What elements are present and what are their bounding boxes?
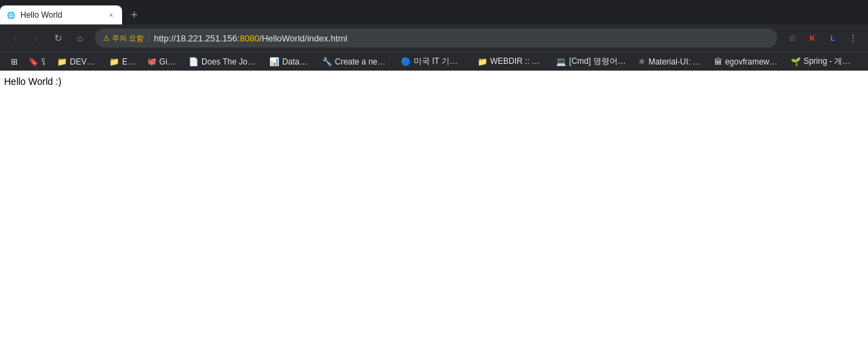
bookmark-develop-icon: 📁 bbox=[57, 57, 67, 67]
home-icon: ⌂ bbox=[77, 33, 83, 43]
bookmark-spring-label: Spring - 게시판 만... bbox=[804, 56, 857, 67]
bookmark-engi-icon: 📁 bbox=[109, 57, 119, 67]
bookmark-datacamp-icon: 📊 bbox=[269, 57, 279, 67]
bookmark-apps-grid[interactable]: ⊞ bbox=[5, 56, 22, 68]
hello-world-text: Hello World :) bbox=[4, 76, 864, 87]
bookmark-webdir-icon: 📁 bbox=[477, 57, 488, 67]
kaspersky-button[interactable]: K bbox=[803, 29, 822, 48]
tab-title: Hello World bbox=[20, 10, 102, 20]
tab-bar: 🌐 Hello World × + bbox=[0, 0, 868, 24]
bookmark-material-label: Material-UI: A pop... bbox=[648, 57, 702, 67]
bookmark-join-label: Does The Join Ord... bbox=[201, 57, 257, 67]
forward-button[interactable]: › bbox=[27, 29, 46, 48]
bookmark-spring[interactable]: 🌱 Spring - 게시판 만... bbox=[785, 54, 863, 69]
kaspersky-icon: K bbox=[810, 34, 815, 42]
bookmark-github-icon: 🐙 bbox=[147, 57, 157, 66]
bookmark-engi[interactable]: 📁 ENGI bbox=[104, 56, 140, 68]
bookmarks-bar: ⊞ 🔖 앱 📁 DEVELOP 📁 ENGI 🐙 GitHub 📄 Does T… bbox=[0, 52, 868, 71]
back-icon: ‹ bbox=[14, 33, 17, 43]
bookmark-engi-label: ENGI bbox=[122, 57, 135, 67]
bookmark-join-ord[interactable]: 📄 Does The Join Ord... bbox=[183, 56, 262, 68]
bookmark-egov-label: egovframeworkde... bbox=[725, 57, 778, 67]
bookmark-material-icon: ⚛ bbox=[638, 57, 646, 67]
bookmark-material-ui[interactable]: ⚛ Material-UI: A pop... bbox=[633, 56, 707, 68]
bookmark-us-companies[interactable]: 🔵 미국 IT 기업에 개... bbox=[395, 54, 471, 69]
bookmark-develop[interactable]: 📁 DEVELOP bbox=[52, 56, 102, 68]
lastpass-button[interactable]: L bbox=[823, 29, 842, 48]
reload-button[interactable]: ↻ bbox=[49, 29, 68, 48]
security-text: 주의 요함 bbox=[112, 33, 144, 43]
bookmark-us-label: 미국 IT 기업에 개... bbox=[414, 56, 465, 67]
bookmark-jsfiddle-icon: 🔧 bbox=[322, 57, 332, 67]
forward-icon: › bbox=[35, 33, 39, 43]
warning-icon: ⚠ bbox=[103, 34, 110, 43]
chrome-browser-frame: 🌐 Hello World × + ‹ › ↻ ⌂ ⚠ 주의 요함 | http… bbox=[0, 0, 868, 349]
url-display: http://18.221.251.156:8080/HelloWorld/in… bbox=[154, 33, 769, 43]
apps-icon: 🔖 bbox=[28, 57, 39, 67]
bookmark-join-icon: 📄 bbox=[189, 57, 199, 67]
bookmark-develop-label: DEVELOP bbox=[70, 57, 97, 67]
bookmark-cmd-icon: 💻 bbox=[556, 57, 566, 67]
back-button[interactable]: ‹ bbox=[5, 29, 24, 48]
bookmark-spring-icon: 🌱 bbox=[791, 57, 801, 67]
page-content: Hello World :) bbox=[0, 71, 868, 349]
bookmark-star-button[interactable]: ☆ bbox=[783, 29, 802, 48]
bookmark-apps[interactable]: 🔖 앱 bbox=[23, 54, 50, 69]
home-button[interactable]: ⌂ bbox=[71, 29, 90, 48]
apps-grid-icon: ⊞ bbox=[11, 57, 18, 67]
bookmark-jsfiddle-label: Create a new fiddi... bbox=[335, 57, 389, 67]
bookmark-cmd-label: [Cmd] 명령어 분류(... bbox=[569, 56, 626, 67]
tab-favicon: 🌐 bbox=[5, 10, 16, 20]
lastpass-icon: L bbox=[831, 34, 835, 42]
tab-close-button[interactable]: × bbox=[106, 10, 117, 20]
menu-icon: ⋮ bbox=[848, 33, 858, 43]
bookmark-datacamp-label: DataCamp bbox=[282, 57, 310, 67]
bookmark-github[interactable]: 🐙 GitHub bbox=[142, 56, 182, 68]
menu-button[interactable]: ⋮ bbox=[844, 29, 863, 48]
browser-toolbar: ‹ › ↻ ⌂ ⚠ 주의 요함 | http://18.221.251.156:… bbox=[0, 24, 868, 52]
bookmark-datacamp[interactable]: 📊 DataCamp bbox=[264, 56, 315, 68]
bookmark-egov[interactable]: 🏛 egovframeworkde... bbox=[709, 56, 784, 68]
active-tab[interactable]: 🌐 Hello World × bbox=[0, 5, 122, 24]
url-prefix: http://18.221.251.156: bbox=[154, 33, 240, 43]
bookmark-webdir-label: WEBDIR :: 리눅스... bbox=[490, 56, 545, 67]
url-divider: | bbox=[148, 34, 150, 42]
bookmark-webdir[interactable]: 📁 WEBDIR :: 리눅스... bbox=[472, 54, 550, 69]
new-tab-button[interactable]: + bbox=[125, 5, 144, 24]
bookmark-us-icon: 🔵 bbox=[401, 57, 411, 67]
star-icon: ☆ bbox=[788, 33, 797, 43]
url-port: 8080 bbox=[239, 33, 259, 43]
bookmark-egov-icon: 🏛 bbox=[714, 57, 722, 67]
bookmark-github-label: GitHub bbox=[159, 57, 176, 67]
bookmark-jsfiddle[interactable]: 🔧 Create a new fiddi... bbox=[317, 56, 394, 68]
security-warning: ⚠ 주의 요함 bbox=[103, 33, 144, 43]
url-suffix: /HelloWorld/index.html bbox=[259, 33, 347, 43]
bookmark-apps-label: 앱 bbox=[41, 56, 45, 67]
address-bar[interactable]: ⚠ 주의 요함 | http://18.221.251.156:8080/Hel… bbox=[95, 29, 777, 48]
toolbar-right-icons: ☆ K L ⋮ bbox=[783, 29, 863, 48]
bookmark-cmd[interactable]: 💻 [Cmd] 명령어 분류(... bbox=[551, 54, 631, 69]
reload-icon: ↻ bbox=[54, 33, 62, 43]
